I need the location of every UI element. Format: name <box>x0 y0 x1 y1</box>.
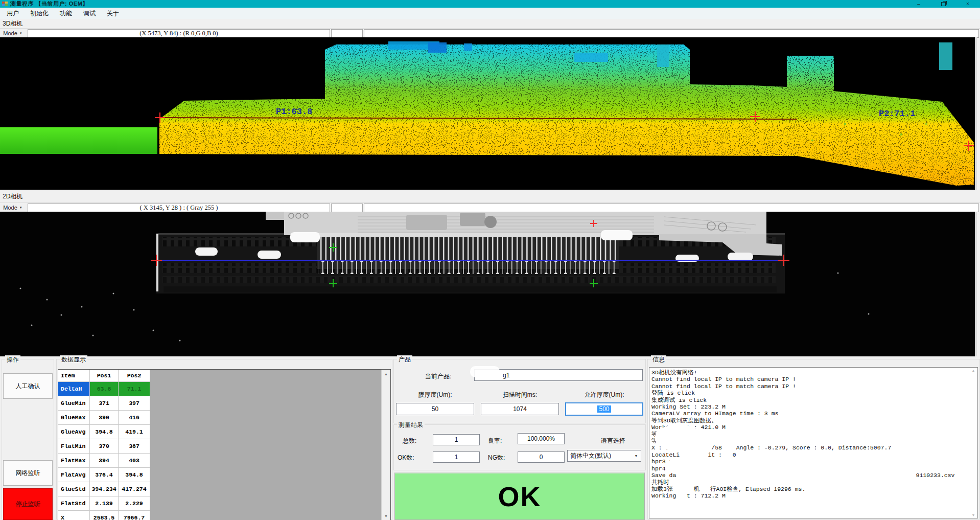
app-icon <box>2 1 8 7</box>
close-icon[interactable]: × <box>955 0 980 8</box>
table-row[interactable]: FlatStd 2.139 2.229 <box>58 496 150 511</box>
results-group-label: 测量结果 <box>397 421 425 429</box>
total-count-value: 1 <box>455 436 458 443</box>
chevron-down-icon: ▼ <box>19 32 22 35</box>
menu-item[interactable]: 初始化 <box>25 8 54 19</box>
camera2d-view[interactable] <box>0 212 977 356</box>
app-icon-glyph <box>2 1 8 7</box>
ng-count-input[interactable]: 0 <box>518 451 565 463</box>
log-line: 集成调试 is click <box>651 397 968 403</box>
cell-pos2: 397 <box>119 396 150 411</box>
yield-value: 100.000% <box>527 435 555 442</box>
cell-item: GlueAvg <box>58 425 90 439</box>
redaction-blob <box>824 460 941 467</box>
table-header-row: Item Pos1 Pos2 <box>58 370 150 382</box>
p1-annotation: P1:63.8 <box>276 107 312 117</box>
heightmap-image: P1:63.8 P2:71.1 <box>0 37 975 190</box>
stop-listen-button[interactable]: 停止监听 <box>3 488 53 520</box>
scan-time-value: 1074 <box>513 405 527 413</box>
camera3d-status-panel-2 <box>331 29 363 38</box>
log-line: 3D相机没有网络! <box>651 369 968 376</box>
table-row[interactable]: GlueAvg 394.8 419.1 <box>58 425 150 439</box>
redaction-blob <box>668 457 827 474</box>
camera3d-view[interactable]: P1:63.8 P2:71.1 <box>0 37 977 190</box>
table-row[interactable]: DeltaH 63.8 71.1 <box>58 382 150 396</box>
mode-label: Mode <box>3 30 17 36</box>
film-thickness-value: 50 <box>432 405 438 413</box>
language-selected-value: 简体中文(默认) <box>568 451 632 460</box>
film-thickness-label: 膜厚度(Um): <box>396 391 474 399</box>
log-line: Cannot find local IP to match camera IP … <box>651 383 968 390</box>
menu-item[interactable]: 调试 <box>78 8 101 19</box>
column-header-pos1: Pos1 <box>90 370 119 382</box>
language-select-dropdown[interactable]: 简体中文(默认) ▼ <box>567 450 641 462</box>
restore-icon[interactable] <box>931 0 955 8</box>
log-line: Working Set : 223.2 M <box>651 403 968 410</box>
minimize-icon[interactable]: – <box>906 0 931 8</box>
chevron-down-icon: ▼ <box>19 206 22 209</box>
log-line: X : 3744 /58 Angle : -0.279, Score : 0.0… <box>651 444 968 451</box>
cell-pos2: 417.274 <box>119 482 150 496</box>
ok-count-input[interactable]: 1 <box>433 451 480 463</box>
camera3d-pixel-status: (X 5473, Y 84) : (R 0,G 0,B 0) <box>28 29 330 38</box>
ng-count-label: NG数: <box>488 454 505 462</box>
camera2d-pixel-status: ( X 3145, Y 28 ) : ( Gray 255 ) <box>28 204 330 212</box>
measurement-line-2d <box>156 260 785 261</box>
menu-item[interactable]: 功能 <box>54 8 78 19</box>
column-header-item: Item <box>58 370 90 382</box>
table-row[interactable]: FlatMin 370 387 <box>58 439 150 454</box>
cell-pos1: 394.8 <box>90 425 119 439</box>
table-row[interactable]: FlatMax 394 403 <box>58 454 150 468</box>
redaction-blob <box>470 366 500 377</box>
redaction-blob <box>655 425 702 450</box>
table-row[interactable]: GlueMin 371 397 <box>58 396 150 411</box>
scroll-down-icon[interactable]: ▼ <box>970 513 977 517</box>
table-row[interactable]: GlueMax 390 416 <box>58 411 150 425</box>
scroll-up-icon[interactable]: ▲ <box>382 370 390 378</box>
camera3d-mode-dropdown[interactable]: Mode ▼ <box>0 29 26 38</box>
cell-pos1: 394 <box>90 454 119 468</box>
camera3d-status-panel-3 <box>364 29 979 38</box>
results-group: 测量结果 <box>393 424 646 470</box>
film-thickness-input[interactable]: 50 <box>396 403 474 415</box>
scan-time-input[interactable]: 1074 <box>481 403 559 415</box>
log-line: Working t : 712.2 M <box>651 492 968 499</box>
log-line: CameraLV array to HImage time : 3 ms <box>651 410 968 417</box>
log-line: 登陆 is click <box>651 390 968 396</box>
grayscale-image <box>0 212 975 356</box>
cell-item: GlueMin <box>58 396 90 411</box>
camera2d-mode-dropdown[interactable]: Mode ▼ <box>0 204 26 212</box>
network-listen-button[interactable]: 网络监听 <box>3 460 53 486</box>
total-count-input[interactable]: 1 <box>433 434 480 445</box>
table-scrollbar[interactable]: ▲ ▼ <box>381 370 390 520</box>
scroll-up-icon[interactable]: ▲ <box>970 369 977 372</box>
menu-item[interactable]: 关于 <box>101 8 125 19</box>
cell-pos1: 371 <box>90 396 119 411</box>
cell-pos1: 394.234 <box>90 482 119 496</box>
window-title: 测量程序 【当前用户: OEM】 <box>10 0 88 8</box>
table-row[interactable]: GlueStd 394.234 417.274 <box>58 482 150 496</box>
cell-item: GlueMax <box>58 411 90 425</box>
allowed-thickness-label: 允许厚度(Um): <box>565 391 643 399</box>
cell-item: FlatMin <box>58 439 90 454</box>
chevron-down-icon: ▼ <box>632 454 641 458</box>
log-line: Cannot find local IP to match camera IP … <box>651 376 968 382</box>
cell-pos1: 63.8 <box>90 382 119 396</box>
manual-confirm-button[interactable]: 人工确认 <box>3 373 53 399</box>
camera3d-section-label: 3D相机 <box>0 19 980 28</box>
log-line: 加载3张 机 行AOI检查, Elapsed 19296 ms. <box>651 486 968 492</box>
result-status-text: OK <box>498 481 542 512</box>
cell-pos2: 416 <box>119 411 150 425</box>
cell-pos2: 387 <box>119 439 150 454</box>
table-row[interactable]: X 2583.5 7966.7 <box>58 511 150 520</box>
yield-input[interactable]: 100.000% <box>518 433 565 444</box>
menu-item[interactable]: 用户 <box>1 8 25 19</box>
result-status-box: OK <box>394 472 645 520</box>
data-display-group-label: 数据显示 <box>60 355 87 364</box>
table-row[interactable]: FlatAvg 376.4 394.8 <box>58 468 150 482</box>
cell-pos2: 403 <box>119 454 150 468</box>
scroll-down-icon[interactable]: ▼ <box>382 512 390 520</box>
allowed-thickness-input[interactable]: 500 <box>565 402 643 416</box>
log-line: 等到3D取到灰度图数据。 <box>651 417 968 424</box>
product-group-label: 产品 <box>397 355 412 364</box>
